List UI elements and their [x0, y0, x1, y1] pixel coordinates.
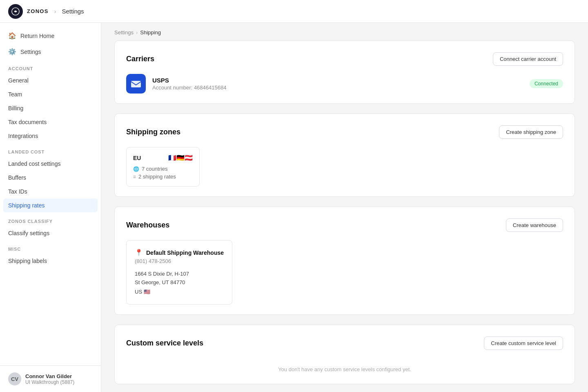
sidebar-settings-label: Settings	[20, 49, 41, 55]
sidebar-footer: CV Connor Van Gilder UI Walkthrough (588…	[0, 365, 101, 392]
sidebar-item-buffers[interactable]: Buffers	[0, 171, 101, 185]
shipping-zones-card: Shipping zones Create shipping zone EU 🇫…	[114, 114, 575, 197]
warehouse-header: 📍 Default Shipping Warehouse	[135, 249, 224, 256]
carriers-card-header: Carriers Connect carrier account	[126, 52, 563, 66]
custom-service-levels-title: Custom service levels	[126, 339, 203, 347]
home-icon: 🏠	[8, 32, 16, 40]
carrier-icon	[126, 74, 146, 94]
sidebar-item-settings[interactable]: ⚙️ Settings	[0, 44, 101, 60]
zone-shipping-rates: 2 shipping rates	[138, 174, 176, 180]
sidebar-item-return-home[interactable]: 🏠 Return Home	[0, 28, 101, 44]
carriers-title: Carriers	[126, 55, 154, 63]
connect-carrier-button[interactable]: Connect carrier account	[493, 52, 563, 66]
zone-name: EU	[133, 155, 141, 161]
sidebar-nav: 🏠 Return Home ⚙️ Settings ACCOUNT Genera…	[0, 23, 101, 365]
warehouse-name: Default Shipping Warehouse	[146, 249, 224, 256]
svg-rect-1	[131, 81, 141, 87]
section-label-account: ACCOUNT	[0, 60, 101, 74]
custom-service-levels-card: Custom service levels Create custom serv…	[114, 325, 575, 384]
sidebar-item-shipping-rates[interactable]: Shipping rates	[3, 198, 98, 212]
topbar-page-title: Settings	[62, 8, 84, 15]
sidebar-item-classify-settings[interactable]: Classify settings	[0, 226, 101, 240]
topbar-chevron: ›	[54, 8, 56, 15]
carriers-card: Carriers Connect carrier account USPS Ac…	[114, 40, 575, 104]
sidebar-item-tax-documents[interactable]: Tax documents	[0, 115, 101, 129]
main-content: Settings › Shipping Carriers Connect car…	[101, 23, 588, 392]
user-subtitle: UI Walkthrough (5887)	[25, 379, 74, 385]
globe-icon: 🌐	[133, 166, 139, 172]
breadcrumb-parent[interactable]: Settings	[114, 29, 134, 36]
warehouse-country-code: US	[135, 288, 142, 296]
warehouse-address-line1: 1664 S Dixie Dr, H-107	[135, 270, 224, 278]
settings-icon: ⚙️	[8, 48, 16, 56]
carrier-account: Account number: 46846415684	[152, 85, 523, 91]
sidebar: 🏠 Return Home ⚙️ Settings ACCOUNT Genera…	[0, 23, 101, 392]
carrier-info: USPS Account number: 46846415684	[152, 77, 523, 91]
warehouses-header: Warehouses Create warehouse	[126, 218, 563, 232]
warehouse-card-default[interactable]: 📍 Default Shipping Warehouse (801) 478-2…	[126, 240, 232, 305]
zone-flags: 🇫🇷🇩🇪🇦🇹	[168, 154, 193, 162]
sidebar-item-tax-ids[interactable]: Tax IDs	[0, 185, 101, 198]
warehouses-title: Warehouses	[126, 221, 169, 229]
warehouse-country: US 🇺🇸	[135, 288, 224, 296]
create-shipping-zone-button[interactable]: Create shipping zone	[499, 125, 563, 139]
sidebar-item-general[interactable]: General	[0, 74, 101, 87]
carrier-status-badge: Connected	[530, 79, 563, 88]
shipping-zones-header: Shipping zones Create shipping zone	[126, 125, 563, 139]
zone-header: EU 🇫🇷🇩🇪🇦🇹	[133, 154, 193, 162]
topbar: ZONOS › Settings	[0, 0, 588, 23]
brand-name: ZONOS	[27, 8, 49, 14]
zone-meta: 🌐 7 countries ≡ 2 shipping rates	[133, 166, 193, 180]
warehouse-address: 1664 S Dixie Dr, H-107 St George, UT 847…	[135, 270, 224, 296]
zone-rates-row: ≡ 2 shipping rates	[133, 174, 193, 180]
breadcrumb: Settings › Shipping	[101, 23, 588, 40]
warehouses-card: Warehouses Create warehouse 📍 Default Sh…	[114, 207, 575, 315]
user-name: Connor Van Gilder	[25, 373, 74, 379]
custom-service-levels-empty: You don't have any custom service levels…	[126, 358, 563, 374]
sidebar-item-shipping-labels[interactable]: Shipping labels	[0, 254, 101, 268]
custom-service-levels-header: Custom service levels Create custom serv…	[126, 336, 563, 350]
create-custom-service-level-button[interactable]: Create custom service level	[484, 336, 563, 350]
carrier-name: USPS	[152, 77, 523, 84]
sidebar-item-landed-cost-settings[interactable]: Landed cost settings	[0, 157, 101, 171]
section-label-misc: MISC	[0, 240, 101, 254]
shipping-zones-title: Shipping zones	[126, 128, 180, 136]
sidebar-item-team[interactable]: Team	[0, 87, 101, 101]
logo[interactable]	[8, 4, 23, 19]
carrier-row: USPS Account number: 46846415684 Connect…	[126, 74, 563, 94]
warehouse-country-flag: 🇺🇸	[144, 288, 150, 296]
avatar: CV	[8, 372, 21, 385]
section-label-landed-cost: LANDED COST	[0, 143, 101, 157]
zone-countries: 7 countries	[142, 166, 168, 172]
warehouse-address-line2: St George, UT 84770	[135, 278, 224, 287]
zone-countries-row: 🌐 7 countries	[133, 166, 193, 172]
sidebar-item-billing[interactable]: Billing	[0, 101, 101, 115]
warehouse-phone: (801) 478-2506	[135, 258, 224, 264]
breadcrumb-current: Shipping	[140, 29, 161, 36]
zone-card-eu[interactable]: EU 🇫🇷🇩🇪🇦🇹 🌐 7 countries ≡ 2 shipping rat…	[126, 147, 200, 187]
sidebar-item-integrations[interactable]: Integrations	[0, 129, 101, 143]
create-warehouse-button[interactable]: Create warehouse	[506, 218, 563, 232]
breadcrumb-arrow: ›	[136, 29, 138, 36]
pin-icon: 📍	[135, 249, 143, 256]
rate-icon: ≡	[133, 174, 136, 180]
section-label-classify: ZONOS CLASSIFY	[0, 212, 101, 226]
sidebar-return-home-label: Return Home	[20, 33, 54, 39]
